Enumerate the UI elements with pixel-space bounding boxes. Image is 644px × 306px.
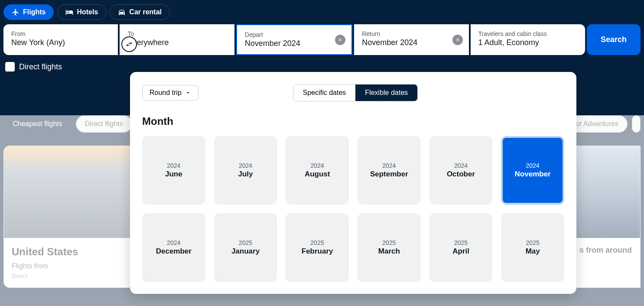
close-icon [455, 37, 460, 42]
month-year: 2025 [382, 239, 396, 246]
close-icon [338, 37, 343, 42]
airplane-icon [12, 8, 20, 16]
depart-value: November 2024 [245, 39, 344, 48]
swap-icon [125, 40, 133, 48]
month-cell-february-2025[interactable]: 2025February [286, 213, 349, 282]
tab-hotels[interactable]: Hotels [57, 4, 106, 20]
depart-field[interactable]: Depart November 2024 [236, 24, 352, 55]
month-year: 2024 [311, 162, 324, 169]
month-cell-april-2025[interactable]: 2025April [429, 213, 493, 282]
month-cell-july-2024[interactable]: 2024July [214, 136, 277, 205]
from-field[interactable]: From New York (Any) [3, 24, 118, 55]
return-value: November 2024 [362, 38, 461, 47]
direct-flights-checkbox[interactable] [5, 62, 15, 72]
date-mode-toggle: Specific dates Flexible dates [293, 84, 418, 101]
chip-cheapest-flights[interactable]: Cheapest flights [3, 115, 72, 133]
month-year: 2024 [454, 162, 468, 169]
month-cell-september-2024[interactable]: 2024September [358, 136, 421, 205]
month-grid: 2024June2024July2024August2024September2… [142, 136, 564, 282]
month-year: 2025 [526, 239, 540, 246]
trip-type-label: Round trip [150, 89, 182, 97]
to-label: To [127, 30, 226, 37]
search-bar: From New York (Any) To Everywhere Depart… [0, 24, 644, 55]
direct-flights-label: Direct flights [19, 62, 62, 72]
month-cell-may-2025[interactable]: 2025May [501, 213, 564, 282]
swap-button[interactable] [121, 36, 137, 52]
car-icon [118, 8, 126, 16]
clear-return-button[interactable] [452, 35, 463, 45]
month-year: 2025 [311, 239, 324, 246]
clear-depart-button[interactable] [335, 35, 345, 45]
month-name: May [526, 247, 540, 256]
month-year: 2024 [526, 162, 540, 169]
month-year: 2024 [382, 162, 396, 169]
month-name: February [302, 247, 333, 256]
month-name: July [238, 170, 253, 179]
month-name: November [515, 170, 551, 179]
return-label: Return [362, 30, 461, 37]
month-cell-march-2025[interactable]: 2025March [358, 213, 421, 282]
month-cell-january-2025[interactable]: 2025January [214, 213, 277, 282]
tab-flights-label: Flights [23, 8, 46, 16]
tab-car-rental[interactable]: Car rental [110, 4, 170, 20]
from-label: From [11, 30, 110, 37]
travelers-label: Travelers and cabin class [478, 30, 577, 37]
month-cell-october-2024[interactable]: 2024October [429, 136, 493, 205]
destination-image [572, 146, 640, 238]
return-field[interactable]: Return November 2024 [354, 24, 468, 55]
month-cell-november-2024[interactable]: 2024November [501, 136, 564, 205]
month-year: 2025 [454, 239, 468, 246]
month-name: June [165, 170, 182, 179]
travelers-field[interactable]: Travelers and cabin class 1 Adult, Econo… [471, 24, 585, 55]
month-name: April [452, 247, 469, 256]
month-year: 2024 [167, 162, 180, 169]
tab-car-rental-label: Car rental [129, 8, 162, 16]
month-cell-june-2024[interactable]: 2024June [142, 136, 205, 205]
tab-flights[interactable]: Flights [3, 4, 54, 20]
date-picker-popup: Round trip Specific dates Flexible dates… [130, 72, 576, 294]
travelers-value: 1 Adult, Economy [478, 38, 577, 47]
popup-header: Round trip Specific dates Flexible dates [142, 84, 564, 101]
specific-dates-button[interactable]: Specific dates [293, 85, 356, 101]
to-field[interactable]: To Everywhere [120, 24, 234, 55]
month-cell-december-2024[interactable]: 2024December [142, 213, 205, 282]
month-cell-august-2024[interactable]: 2024August [286, 136, 349, 205]
chevron-down-icon [185, 90, 191, 96]
destination-text: s from around [579, 246, 632, 255]
chip-more[interactable] [632, 115, 641, 133]
month-name: January [231, 247, 260, 256]
to-value: Everywhere [127, 38, 226, 47]
search-button[interactable]: Search [587, 24, 641, 55]
destination-body: s from around [572, 238, 640, 265]
trip-type-select[interactable]: Round trip [142, 85, 198, 101]
month-name: September [370, 170, 408, 179]
destination-card-partial[interactable]: s from around [571, 146, 641, 288]
month-name: August [305, 170, 330, 179]
bed-icon [65, 8, 73, 16]
category-tabs: Flights Hotels Car rental [0, 0, 644, 24]
month-heading: Month [142, 115, 564, 127]
month-year: 2025 [239, 239, 252, 246]
month-name: October [447, 170, 475, 179]
month-year: 2024 [167, 239, 180, 246]
month-year: 2024 [239, 162, 252, 169]
depart-label: Depart [245, 31, 344, 38]
flexible-dates-button[interactable]: Flexible dates [355, 85, 417, 101]
month-name: December [156, 247, 192, 256]
from-value: New York (Any) [11, 38, 110, 47]
chip-direct-flights[interactable]: Direct flights [76, 115, 132, 133]
month-name: March [378, 247, 400, 256]
tab-hotels-label: Hotels [77, 8, 98, 16]
